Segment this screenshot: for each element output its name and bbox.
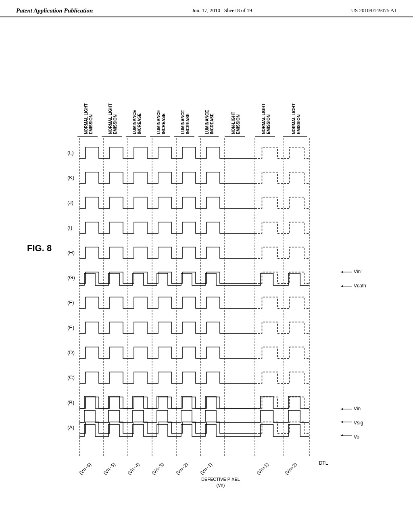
waveform-path: [255, 222, 309, 233]
waveform-path: [79, 147, 255, 158]
top-label-8: NORMAL LIGHT EMISSION: [261, 102, 271, 134]
bot-label-vn5: (Vn−5): [102, 461, 117, 476]
waveform-path: [79, 272, 255, 283]
waveform-path: [255, 247, 309, 258]
waveform-path: [79, 273, 309, 285]
waveform-path: [255, 272, 309, 283]
row-label-D: (D): [67, 349, 75, 355]
row-label-I: (I): [67, 224, 72, 231]
waveform-path: [79, 172, 255, 183]
row-label-F: (F): [67, 299, 74, 305]
bot-label-dtl: DTL: [319, 460, 328, 466]
waveform-path: [255, 147, 309, 158]
row-label-J: (J): [67, 200, 73, 206]
bot-label-vn6: (Vn−6): [78, 461, 93, 476]
top-label-3: LUMINANCE INCREASE: [132, 109, 142, 134]
waveform-path: [79, 410, 309, 422]
waveform-path: [79, 422, 255, 433]
bot-label-vn1p: (Vn+1): [256, 461, 270, 476]
signal-vsig: Vsig: [354, 420, 363, 426]
waveform-path: [255, 322, 309, 333]
row-label-E: (E): [67, 324, 74, 330]
waveform-path: [255, 172, 309, 183]
waveform-path: [79, 372, 255, 383]
waveform-path: [79, 197, 255, 208]
top-label-9: NORMAL LIGHT EMISSION: [292, 102, 301, 134]
header-patent: US 2010/0149075 A1: [351, 7, 397, 14]
header-sheet: Sheet 8 of 19: [224, 7, 252, 13]
bot-label-vn-defective: DEFECTIVE PIXEL: [201, 477, 240, 482]
waveform-path: [79, 397, 255, 408]
row-label-G: (G): [67, 274, 75, 281]
bot-label-vn2p: (Vn+2): [284, 461, 298, 476]
waveform-path: [255, 347, 309, 358]
bot-label-vn: (Vn): [217, 483, 225, 488]
bot-label-vn3: (Vn−3): [151, 461, 165, 476]
top-label-2: NORMAL LIGHT EMISSION: [108, 102, 117, 134]
page-header: Patent Application Publication Jun. 17, …: [0, 0, 413, 17]
waveform-path: [79, 247, 255, 258]
bot-label-vn4: (Vn−4): [127, 461, 141, 476]
top-label-1: NORMAL LIGHT EMISSION: [84, 102, 93, 134]
header-title: Patent Application Publication: [16, 7, 93, 14]
signal-vcath: Vcath: [354, 283, 366, 289]
waveform-path: [255, 397, 309, 408]
header-center: Jun. 17, 2010 Sheet 8 of 19: [192, 7, 252, 14]
waveform-path: [79, 347, 255, 358]
row-label-H: (H): [67, 249, 75, 256]
waveform-path: [255, 297, 309, 308]
figure-area: FIG. 8 NORMAL LIGHT EMISSION NORMAL LIGH…: [15, 25, 398, 509]
row-label-L: (L): [67, 150, 74, 156]
top-label-7: NON-LIGHT EMISSION: [231, 111, 240, 134]
signal-vin: Vin: [354, 406, 361, 411]
row-label-B: (B): [67, 399, 74, 405]
waveform-path: [255, 197, 309, 208]
row-label-A: (A): [67, 424, 74, 430]
timing-diagram: FIG. 8 NORMAL LIGHT EMISSION NORMAL LIGH…: [15, 25, 398, 509]
row-label-C: (C): [67, 374, 75, 380]
waveform-path: [79, 424, 309, 436]
waveform-path: [79, 396, 309, 408]
row-label-K: (K): [67, 175, 74, 181]
waveform-path: [255, 372, 309, 383]
header-date: Jun. 17, 2010: [192, 7, 220, 13]
signal-vo: Vo: [354, 434, 359, 440]
top-label-5: LUMINANCE INCREASE: [181, 109, 190, 134]
waveform-path: [79, 322, 255, 333]
waveform-path: [255, 422, 309, 433]
top-label-4: LUMINANCE INCREASE: [156, 109, 166, 134]
signal-vin-prime: Vin': [354, 269, 361, 274]
bot-label-vn2: (Vn−2): [175, 461, 190, 476]
waveform-path: [79, 297, 255, 308]
bot-label-vn1: (Vn−1): [199, 461, 214, 476]
fig-label: FIG. 8: [27, 243, 52, 253]
waveform-path: [79, 222, 255, 233]
top-label-6: LUMINANCE INCREASE: [205, 109, 214, 134]
